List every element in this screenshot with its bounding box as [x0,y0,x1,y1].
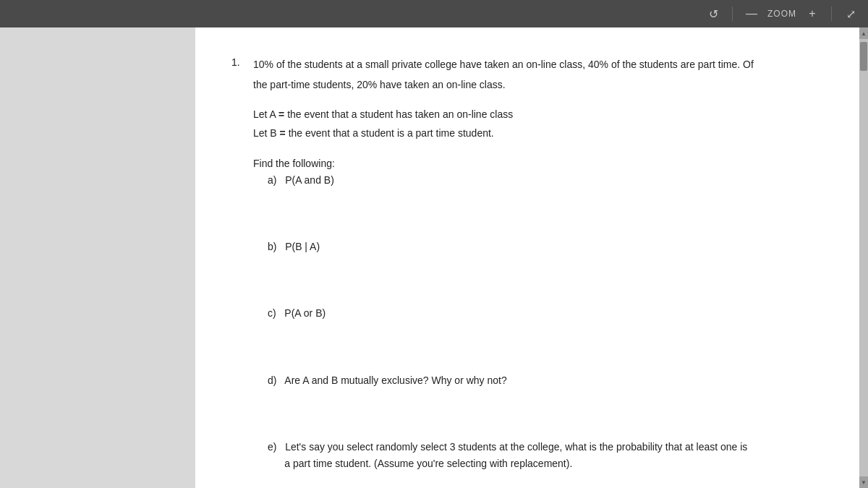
expand-button[interactable]: ⤢ [841,4,861,24]
sub-b-text: P(B | A) [285,241,320,252]
eq-sign-b: = [280,127,286,139]
zoom-in-button[interactable]: + [802,4,822,24]
sub-c-text: P(A or B) [284,307,326,319]
left-sidebar [0,27,195,488]
sub-b-label: b) [268,241,276,252]
sub-question-c: c) P(A or B) [268,305,823,321]
sub-d-text: Are A and B mutually exclusive? Why or w… [284,374,506,386]
sub-a-label: a) [268,174,276,186]
event-a-def: Let A = Let A = the event that a student… [253,106,823,122]
zoom-out-button[interactable]: — [741,4,762,24]
reload-button[interactable]: ↺ [703,4,723,24]
toolbar-divider-2 [831,7,832,21]
question-body: 10% of the students at a small private c… [253,56,823,486]
toolbar-divider-1 [732,7,733,21]
document-page: 1. 10% of the students at a small privat… [195,27,859,488]
toolbar: ↺ — ZOOM + ⤢ [0,0,868,27]
scroll-up-arrow[interactable]: ▲ [859,27,868,39]
sub-c-label: c) [268,307,276,319]
intro-text-line1: 10% of the students at a small private c… [253,56,823,72]
scroll-thumb[interactable] [860,42,867,71]
question-container: 1. 10% of the students at a small privat… [231,56,823,486]
scroll-down-arrow[interactable]: ▼ [859,476,868,488]
sub-e-line2: a part time student. (Assume you're sele… [284,458,572,469]
main-area: 1. 10% of the students at a small privat… [0,27,868,488]
eq-sign-a: = [278,108,284,120]
sub-e-line1: Let's say you select randomly select 3 s… [285,441,747,453]
scrollbar-track[interactable]: ▲ ▼ [859,27,868,488]
spacer-1 [253,98,823,103]
intro-text-line2: the part-time students, 20% have taken a… [253,77,823,93]
document-wrapper: 1. 10% of the students at a small privat… [195,27,868,488]
find-label: Find the following: [253,158,823,169]
event-b-def: Let B = Let B = the event that a student… [253,125,823,141]
sub-question-e: e) Let's say you select randomly select … [268,439,823,471]
sub-question-b: b) P(B | A) [268,239,823,254]
sub-e-label: e) [268,441,276,453]
sub-question-d: d) Are A and B mutually exclusive? Why o… [268,372,823,388]
question-number: 1. [231,56,253,486]
sub-question-a: a) P(A and B) [268,172,823,188]
zoom-label: ZOOM [767,9,796,19]
sub-a-text: P(A and B) [285,174,334,186]
sub-d-label: d) [268,374,276,386]
spacer-2 [253,145,823,150]
